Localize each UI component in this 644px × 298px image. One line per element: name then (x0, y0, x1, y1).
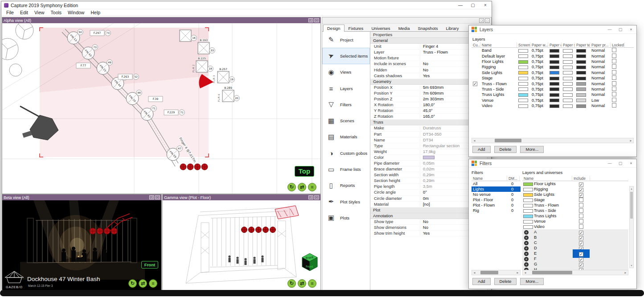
screen-color-swatch[interactable] (518, 60, 528, 64)
sidebar-item-plot-styles[interactable]: ✒Plot Styles (322, 194, 370, 210)
paper-color-cell[interactable] (548, 54, 562, 58)
paper-shade-cell[interactable] (562, 59, 575, 64)
column-header-screen-c[interactable]: Screen c... (517, 42, 530, 47)
locked-checkbox[interactable] (612, 59, 616, 63)
tab-design[interactable]: Design (323, 25, 345, 32)
paper-shade-cell[interactable] (562, 76, 575, 80)
layer-row-truss-side[interactable]: Truss - Side0,75ptNormal (472, 87, 634, 92)
paper-color-cell[interactable] (548, 92, 562, 97)
paper-texture-cell[interactable] (575, 70, 590, 75)
layer-row-band[interactable]: Band0,75ptNormal (472, 48, 634, 53)
paper-color-cell[interactable] (548, 70, 562, 75)
scroll-up-icon[interactable]: ▲ (630, 186, 633, 191)
more-button[interactable]: More... (520, 146, 544, 153)
locked-checkbox[interactable] (612, 70, 616, 74)
filters-hscrollbar[interactable]: ◀ ▶ (472, 270, 521, 275)
close-button[interactable]: × (479, 1, 492, 9)
float-view-icon[interactable]: ❏ (149, 195, 154, 199)
delete-button[interactable]: Delete (494, 278, 517, 285)
paper-texture-swatch[interactable] (576, 49, 586, 53)
filter-row-no-venue[interactable]: No venue0 (472, 192, 521, 197)
paper-shade-cell[interactable] (562, 87, 575, 91)
paper-color-cell[interactable] (548, 59, 562, 64)
pan-button[interactable]: ⇄ (298, 183, 306, 191)
box-fixture[interactable]: B.22518 (196, 57, 213, 72)
beta-viewport[interactable]: Front Dockhouse 47 Winter Bash March 12-… (2, 200, 161, 290)
delete-button[interactable]: Delete (494, 146, 517, 153)
paper-color-swatch[interactable] (550, 93, 559, 97)
screen-color-swatch[interactable] (518, 77, 528, 80)
scroll-right-icon[interactable]: ▶ (623, 271, 628, 274)
paper-texture-cell[interactable] (575, 48, 590, 53)
orbit-button[interactable]: ↻ (287, 279, 296, 288)
tab-fixtures[interactable]: Fixtures (345, 25, 368, 32)
locked-cell[interactable] (611, 92, 625, 97)
close-button[interactable]: × (626, 159, 636, 167)
paper-color-swatch[interactable] (550, 82, 559, 86)
column-header-paper-pr[interactable]: Paper pr... (590, 42, 611, 47)
scrollbar-thumb[interactable] (630, 192, 633, 219)
maximize-button[interactable]: ▢ (467, 1, 479, 9)
screen-color-cell[interactable] (517, 92, 530, 97)
tab-universes[interactable]: Universes (367, 25, 394, 32)
paper-shade-swatch[interactable] (563, 60, 573, 64)
paper-color-swatch[interactable] (550, 87, 559, 91)
screen-color-cell[interactable] (517, 54, 530, 58)
universes-vscrollbar[interactable]: ▲ ▼ (629, 186, 634, 268)
paper-color-cell[interactable] (548, 76, 562, 80)
tab-library[interactable]: Library (442, 25, 463, 32)
paper-texture-cell[interactable] (575, 65, 590, 69)
layers-hscrollbar[interactable]: ◀ ▶ (472, 138, 634, 143)
paper-texture-swatch[interactable] (576, 66, 586, 69)
paper-texture-cell[interactable] (575, 76, 590, 80)
layer-row-stage[interactable]: Stage0,75ptNormal (472, 75, 634, 81)
paper-shade-swatch[interactable] (563, 99, 573, 102)
maximize-button[interactable]: ▢ (615, 25, 626, 33)
filter-row-lights[interactable]: Lights0 (472, 186, 521, 192)
orbit-button[interactable]: ↻ (128, 279, 137, 288)
screen-color-swatch[interactable] (518, 99, 528, 102)
scrollbar-thumb[interactable] (495, 139, 521, 142)
box-fixture[interactable]: B.28920 (222, 86, 239, 102)
paper-color-swatch[interactable] (550, 104, 559, 108)
float-panel-icon[interactable]: ❏ (479, 18, 484, 23)
pan-button[interactable]: ⇄ (139, 279, 147, 288)
scroll-left-icon[interactable]: ◀ (472, 271, 477, 274)
paper-shade-cell[interactable] (562, 70, 575, 75)
layer-row-side-lights[interactable]: Side Lights0,75ptNormal (472, 70, 634, 75)
locked-cell[interactable] (611, 87, 625, 92)
screen-color-cell[interactable] (517, 103, 530, 108)
screen-color-swatch[interactable] (518, 54, 528, 58)
scroll-down-icon[interactable]: ▼ (630, 263, 633, 268)
column-header-dmx[interactable]: DM... (507, 176, 520, 181)
locked-cell[interactable] (611, 59, 625, 64)
screen-color-cell[interactable] (517, 76, 530, 80)
gamma-viewport[interactable]: Front Front ↻ ⇄ ≡ (163, 200, 320, 290)
filters-title-bar[interactable]: Filters — ▢ × (469, 159, 636, 168)
paper-texture-cell[interactable] (575, 92, 590, 97)
box-fixture[interactable]: B.19333 (198, 38, 215, 54)
paper-color-swatch[interactable] (550, 66, 559, 69)
maximize-panel-icon[interactable]: ▢ (485, 18, 490, 23)
add-button[interactable]: Add (472, 146, 491, 153)
scroll-left-icon[interactable]: ◀ (472, 139, 477, 142)
screen-color-cell[interactable] (517, 48, 530, 53)
sidebar-item-selected-items[interactable]: ➤Selected items (322, 48, 370, 64)
paper-shade-swatch[interactable] (563, 82, 573, 86)
title-bar[interactable]: Capture 2019 Symphony Edition — ▢ × (1, 1, 492, 9)
locked-cell[interactable] (611, 103, 625, 108)
locked-cell[interactable] (611, 54, 625, 59)
layer-row-truss-lights[interactable]: Truss Lights0,75ptNormal (472, 92, 634, 97)
column-header-paper-w[interactable]: Paper w... (530, 42, 548, 47)
gamma-view-header[interactable]: Gamma view (Plot - Floor) ❏ ▢ (163, 195, 320, 200)
scroll-left-icon[interactable]: ◀ (523, 271, 528, 274)
red-fixture-circle[interactable] (97, 228, 103, 234)
locked-checkbox[interactable] (612, 98, 616, 102)
screen-color-swatch[interactable] (518, 87, 528, 91)
red-fixture-circle[interactable] (242, 227, 247, 233)
layers-title-bar[interactable]: Layers — ▢ × (469, 25, 636, 34)
layer-row-default-layer[interactable]: Default layer0,75ptNormal (472, 53, 634, 58)
beta-view-header[interactable]: Beta view (All) ❏ ▢ (2, 195, 161, 200)
paper-color-swatch[interactable] (550, 99, 559, 102)
paper-color-swatch[interactable] (550, 60, 559, 64)
